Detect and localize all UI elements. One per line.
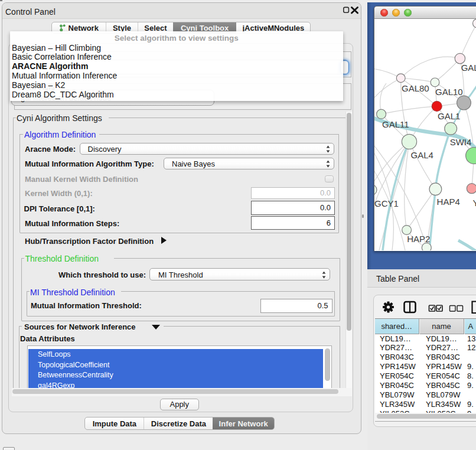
svg-text:GAL7: GAL7 — [461, 63, 476, 73]
svg-text:GAL1: GAL1 — [438, 111, 460, 121]
svg-text:GAL10: GAL10 — [435, 87, 463, 97]
svg-text:SWI4: SWI4 — [450, 137, 472, 147]
svg-text:GAL4: GAL4 — [411, 150, 433, 160]
svg-text:GAL80: GAL80 — [402, 83, 429, 93]
svg-text:GAL11: GAL11 — [382, 119, 409, 129]
svg-text:GCY1: GCY1 — [374, 198, 399, 208]
svg-text:HAP2: HAP2 — [407, 234, 430, 244]
svg-text:HAP4: HAP4 — [437, 197, 460, 207]
svg-text:YMR0: YMR0 — [472, 198, 476, 208]
